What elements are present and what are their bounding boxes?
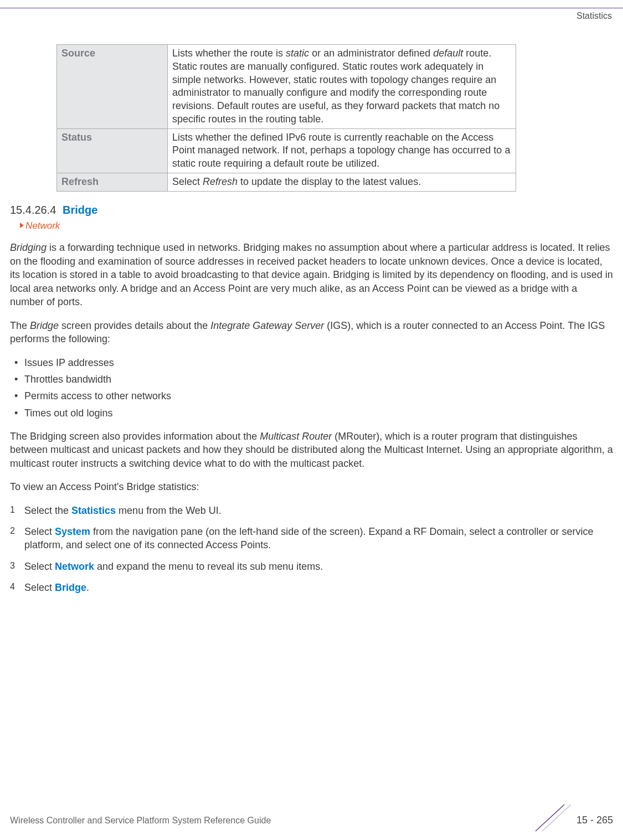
section-title: Bridge [63, 204, 97, 216]
table-row: Refresh Select Refresh to update the dis… [57, 173, 516, 191]
step-1: 1 Select the Statistics menu from the We… [10, 504, 613, 517]
text-italic: Refresh [203, 176, 238, 187]
text: screen provides details about the [59, 320, 210, 331]
paragraph-view-stats: To view an Access Point's Bridge statist… [10, 480, 613, 493]
text: to update the display to the latest valu… [238, 176, 421, 187]
text-italic: default [433, 48, 463, 59]
header-section-label: Statistics [576, 10, 612, 22]
text-italic: Multicast Router [260, 431, 332, 442]
term-source: Source [57, 45, 168, 129]
text: Lists whether the route is [172, 48, 286, 59]
breadcrumb: Network [20, 220, 613, 233]
ui-label: Bridge [55, 582, 86, 593]
footer-title: Wireless Controller and Service Platform… [10, 815, 271, 827]
text-italic: static [286, 48, 309, 59]
section-number: 15.4.26.4 [10, 204, 56, 216]
text: The [10, 320, 30, 331]
text: is a forwarding technique used in networ… [10, 242, 613, 307]
text: Select [172, 176, 203, 187]
list-item: Throttles bandwidth [10, 373, 613, 386]
step-3: 3 Select Network and expand the menu to … [10, 560, 613, 573]
text: and expand the menu to reveal its sub me… [94, 561, 323, 572]
definitions-table: Source Lists whether the route is static… [56, 44, 516, 192]
steps-list: 1 Select the Statistics menu from the We… [10, 504, 613, 594]
text: The Bridging screen also provides inform… [10, 431, 260, 442]
text: Select [24, 582, 55, 593]
ui-label: System [55, 526, 90, 537]
step-number: 2 [10, 525, 15, 537]
text-italic: Bridging [10, 242, 47, 253]
footer-page-number: 15 - 265 [576, 813, 613, 827]
paragraph-bridging: Bridging is a forwarding technique used … [10, 241, 613, 308]
list-item: Permits access to other networks [10, 389, 613, 403]
paragraph-bridge-screen: The Bridge screen provides details about… [10, 319, 613, 346]
table-row: Source Lists whether the route is static… [57, 45, 516, 129]
section-heading: 15.4.26.4 Bridge [10, 203, 613, 218]
desc-source: Lists whether the route is static or an … [168, 45, 516, 129]
footer-swoosh-icon [534, 803, 573, 832]
text: Select the [24, 505, 71, 516]
page-footer: Wireless Controller and Service Platform… [10, 802, 613, 829]
text: Select [24, 526, 55, 537]
text: or an administrator defined [309, 48, 433, 59]
step-number: 4 [10, 581, 15, 593]
text-italic: Bridge [30, 320, 59, 331]
list-item: Issues IP addresses [10, 356, 613, 369]
text-italic: Integrate Gateway Server [210, 320, 324, 331]
text: Select [24, 561, 55, 572]
term-refresh: Refresh [57, 173, 168, 191]
table-row: Status Lists whether the defined IPv6 ro… [57, 128, 516, 173]
text: . [86, 582, 89, 593]
desc-refresh: Select Refresh to update the display to … [168, 173, 516, 191]
step-number: 3 [10, 560, 15, 572]
list-item: Times out old logins [10, 406, 613, 420]
paragraph-mrouter: The Bridging screen also provides inform… [10, 430, 613, 470]
step-4: 4 Select Bridge. [10, 581, 613, 594]
ui-label: Statistics [71, 505, 116, 516]
breadcrumb-link[interactable]: Network [25, 220, 60, 231]
text: route. Static routes are manually config… [172, 48, 500, 125]
text: menu from the Web UI. [116, 505, 222, 516]
term-status: Status [57, 128, 168, 173]
ui-label: Network [55, 561, 94, 572]
header-rule [0, 8, 623, 8]
igs-functions-list: Issues IP addresses Throttles bandwidth … [10, 356, 613, 420]
desc-status: Lists whether the defined IPv6 route is … [168, 128, 516, 173]
step-number: 1 [10, 504, 15, 516]
page-content: Source Lists whether the route is static… [10, 44, 613, 604]
step-2: 2 Select System from the navigation pane… [10, 525, 613, 552]
arrow-right-icon [20, 223, 24, 228]
text: from the navigation pane (on the left-ha… [24, 526, 594, 550]
text: Lists whether the defined IPv6 route is … [172, 132, 510, 169]
